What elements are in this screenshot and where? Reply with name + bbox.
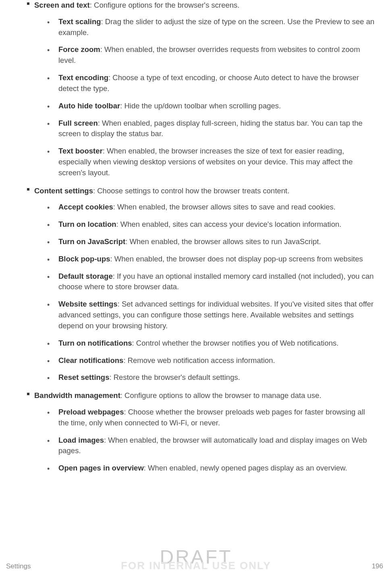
document-content: Screen and text: Configure options for t…: [0, 0, 392, 474]
item-title: Text scaling: [58, 17, 101, 26]
square-bullet-icon: [27, 393, 29, 395]
item-description: : Control whether the browser notifies y…: [132, 339, 339, 347]
bullet-icon: •: [47, 272, 50, 282]
bullet-icon: •: [47, 356, 50, 367]
list-item: •Turn on JavaScript: When enabled, the b…: [47, 236, 376, 247]
item-description: : When enabled, the browser allows sites…: [113, 203, 336, 211]
item-title: Block pop-ups: [58, 255, 110, 263]
list-item: •Default storage: If you have an optiona…: [47, 271, 376, 293]
item-description: : When enabled, the browser will automat…: [58, 436, 367, 455]
list-item: •Force zoom: When enabled, the browser o…: [47, 44, 376, 66]
item-description: : Drag the slider to adjust the size of …: [58, 17, 374, 37]
bullet-icon: •: [47, 147, 50, 157]
list-item: •Website settings: Set advanced settings…: [47, 299, 376, 331]
bullet-icon: •: [47, 373, 50, 383]
list-item: •Turn on notifications: Control whether …: [47, 338, 376, 349]
list-item: •Preload webpages: Choose whether the br…: [47, 407, 376, 429]
item-title: Default storage: [58, 272, 113, 280]
section-heading: Screen and text: Configure options for t…: [34, 0, 376, 11]
square-bullet-icon: [27, 188, 29, 191]
sub-list: •Text scaling: Drag the slider to adjust…: [47, 17, 376, 178]
item-description: : When enabled, the browser does not dis…: [110, 255, 363, 263]
item-title: Accept cookies: [58, 203, 113, 211]
list-item: •Full screen: When enabled, pages displa…: [47, 118, 376, 140]
section: Content settings: Choose settings to con…: [34, 186, 376, 383]
item-title: Preload webpages: [58, 408, 124, 416]
item-description: : When enabled, the browser overrides re…: [58, 45, 360, 64]
bullet-icon: •: [47, 102, 50, 112]
item-title: Text encoding: [58, 73, 108, 82]
section-heading: Content settings: Choose settings to con…: [34, 186, 376, 197]
list-item: •Reset settings: Restore the browser's d…: [47, 372, 376, 383]
section-description: : Configure options for the browser's sc…: [90, 1, 240, 9]
section-description: : Choose settings to control how the bro…: [93, 187, 289, 195]
item-title: Text booster: [58, 147, 103, 155]
item-description: : When enabled, newly opened pages displ…: [144, 464, 347, 472]
bullet-icon: •: [47, 436, 50, 446]
footer-section-name: Settings: [6, 562, 31, 570]
bullet-icon: •: [47, 73, 50, 84]
item-description: : When enabled, the browser allows sites…: [125, 237, 321, 246]
item-title: Turn on location: [58, 220, 116, 228]
item-title: Clear notifications: [58, 356, 123, 365]
item-description: : Hide the up/down toolbar when scrollin…: [120, 102, 281, 110]
item-description: : When enabled, sites can access your de…: [116, 220, 342, 228]
page-footer: Settings 196: [6, 562, 383, 570]
square-bullet-icon: [27, 2, 29, 5]
item-title: Load images: [58, 436, 104, 444]
sub-list: •Accept cookies: When enabled, the brows…: [47, 202, 376, 383]
item-title: Auto hide toolbar: [58, 102, 120, 110]
section-title: Screen and text: [34, 1, 90, 9]
item-description: : When enabled, the browser increases th…: [58, 147, 353, 177]
section-heading: Bandwidth management: Configure options …: [34, 390, 376, 401]
section: Screen and text: Configure options for t…: [34, 0, 376, 178]
list-item: •Text scaling: Drag the slider to adjust…: [47, 17, 376, 38]
section: Bandwidth management: Configure options …: [34, 390, 376, 474]
bullet-icon: •: [47, 45, 50, 56]
list-item: •Clear notifications: Remove web notific…: [47, 355, 376, 366]
item-title: Turn on notifications: [58, 339, 132, 347]
item-title: Full screen: [58, 119, 98, 127]
item-title: Reset settings: [58, 373, 109, 381]
item-description: : Remove web notification access informa…: [123, 356, 275, 365]
list-item: •Open pages in overview: When enabled, n…: [47, 463, 376, 474]
section-title: Content settings: [34, 187, 93, 195]
footer-page-number: 196: [372, 562, 383, 570]
item-title: Turn on JavaScript: [58, 237, 125, 246]
list-item: •Block pop-ups: When enabled, the browse…: [47, 254, 376, 265]
item-description: : Restore the browser's default settings…: [109, 373, 240, 381]
section-title: Bandwidth management: [34, 391, 120, 400]
bullet-icon: •: [47, 203, 50, 213]
list-item: •Turn on location: When enabled, sites c…: [47, 219, 376, 230]
sub-list: •Preload webpages: Choose whether the br…: [47, 407, 376, 474]
bullet-icon: •: [47, 408, 50, 418]
bullet-icon: •: [47, 339, 50, 349]
item-title: Open pages in overview: [58, 464, 144, 472]
item-title: Website settings: [58, 300, 118, 308]
list-item: •Text encoding: Choose a type of text en…: [47, 73, 376, 94]
section-description: : Configure options to allow the browser…: [120, 391, 321, 400]
bullet-icon: •: [47, 17, 50, 28]
list-item: •Load images: When enabled, the browser …: [47, 435, 376, 457]
bullet-icon: •: [47, 255, 50, 265]
bullet-icon: •: [47, 237, 50, 248]
list-item: •Auto hide toolbar: Hide the up/down too…: [47, 101, 376, 112]
bullet-icon: •: [47, 464, 50, 474]
bullet-icon: •: [47, 300, 50, 310]
bullet-icon: •: [47, 220, 50, 230]
list-item: •Accept cookies: When enabled, the brows…: [47, 202, 376, 213]
item-description: : When enabled, pages display full-scree…: [58, 119, 363, 138]
item-title: Force zoom: [58, 45, 100, 54]
bullet-icon: •: [47, 119, 50, 129]
list-item: •Text booster: When enabled, the browser…: [47, 146, 376, 178]
